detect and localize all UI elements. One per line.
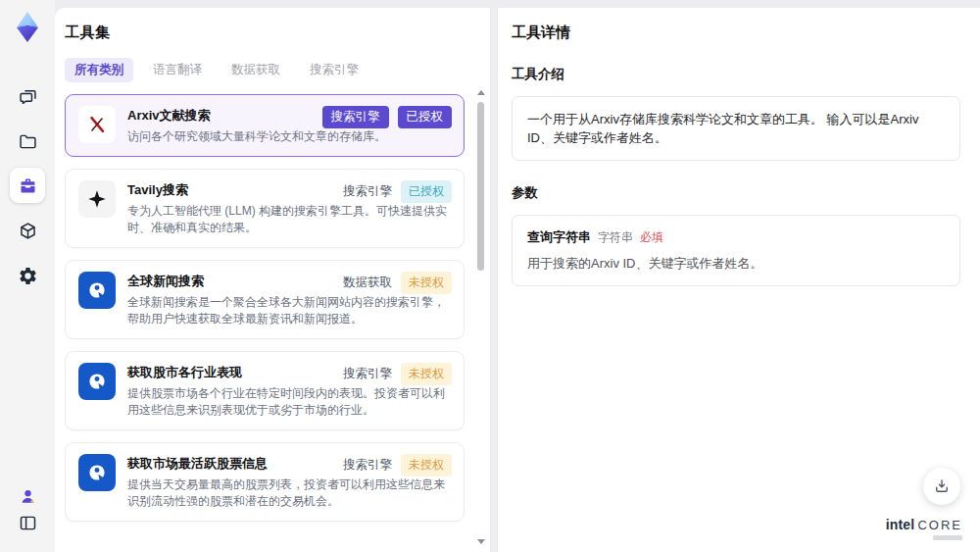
tool-auth-badge: 未授权 xyxy=(401,363,452,385)
tool-badges: 搜索引擎 未授权 xyxy=(343,454,452,477)
page-title: 工具集 xyxy=(65,24,490,42)
tool-list: Arxiv文献搜索 访问各个研究领域大量科学论文和文章的存储库。 搜索引擎 已授… xyxy=(65,94,490,524)
cube-icon[interactable] xyxy=(10,213,45,248)
folder-icon[interactable] xyxy=(10,124,45,159)
category-tabs: 所有类别语言翻译数据获取搜索引擎 xyxy=(65,58,490,82)
list-scrollbar[interactable] xyxy=(476,90,485,544)
tab-search-engine[interactable]: 搜索引擎 xyxy=(300,58,368,82)
brand-bar xyxy=(933,535,962,540)
tool-description: 全球新闻搜索是一个聚合全球各大新闻网站内容的搜索引擎，帮助用户快速获取全球最新资… xyxy=(127,294,447,327)
tool-card[interactable]: 获取股市各行业表现 提供股票市场各个行业在特定时间段内的表现。投资者可以利用这些… xyxy=(65,351,465,430)
scrollbar-down-arrow[interactable] xyxy=(477,539,485,544)
tool-badges: 数据获取 未授权 xyxy=(343,272,452,294)
intel-wordmark: intel xyxy=(886,517,915,532)
tool-card[interactable]: 全球新闻搜索 全球新闻搜索是一个聚合全球各大新闻网站内容的搜索引擎，帮助用户快速… xyxy=(65,260,465,339)
tab-data-fetching[interactable]: 数据获取 xyxy=(221,58,290,82)
app-window: 工具集 所有类别语言翻译数据获取搜索引擎 Arxiv xyxy=(0,0,980,552)
tab-all-categories[interactable]: 所有类别 xyxy=(65,58,133,82)
tool-category-badge: 搜索引擎 xyxy=(322,106,389,128)
chat-icon[interactable] xyxy=(10,78,45,114)
arxiv-icon xyxy=(78,106,116,143)
param-name: 查询字符串 xyxy=(527,228,591,246)
main-surface: 工具集 所有类别语言翻译数据获取搜索引擎 Arxiv xyxy=(55,8,980,552)
settings-icon[interactable] xyxy=(10,258,45,293)
tool-description: 访问各个研究领域大量科学论文和文章的存储库。 xyxy=(127,128,447,145)
scrollbar-thumb[interactable] xyxy=(477,102,484,271)
panel-divider xyxy=(490,8,498,552)
param-head: 查询字符串 字符串 必填 xyxy=(527,228,945,246)
tool-category-badge: 搜索引擎 xyxy=(343,457,392,474)
panel-toggle-icon[interactable] xyxy=(10,505,45,540)
app-logo-icon xyxy=(8,8,47,47)
core-wordmark: core xyxy=(917,518,962,532)
params-heading: 参数 xyxy=(512,184,960,202)
tool-badges: 搜索引擎 已授权 xyxy=(322,106,453,128)
toolbox-icon[interactable] xyxy=(10,168,45,203)
tool-badges: 搜索引擎 已授权 xyxy=(343,180,452,203)
param-description: 用于搜索的Arxiv ID、关键字或作者姓名。 xyxy=(527,255,945,273)
scrollbar-up-arrow[interactable] xyxy=(477,90,485,95)
tool-badges: 搜索引擎 未授权 xyxy=(343,363,452,385)
tool-auth-badge: 未授权 xyxy=(401,454,452,477)
tool-auth-badge: 已授权 xyxy=(398,106,453,128)
tool-description: 专为人工智能代理 (LLM) 构建的搜索引擎工具。可快速提供实时、准确和真实的结… xyxy=(127,203,447,236)
tool-auth-badge: 已授权 xyxy=(401,180,452,203)
download-button[interactable] xyxy=(923,468,960,505)
tool-category-badge: 搜索引擎 xyxy=(343,366,392,382)
tool-card[interactable]: Tavily搜索 专为人工智能代理 (LLM) 构建的搜索引擎工具。可快速提供实… xyxy=(65,169,465,248)
intro-text: 一个用于从Arxiv存储库搜索科学论文和文章的工具。 输入可以是Arxiv ID… xyxy=(527,110,945,147)
tool-category-badge: 搜索引擎 xyxy=(343,183,392,200)
left-rail xyxy=(0,0,55,552)
tool-card[interactable]: Arxiv文献搜索 访问各个研究领域大量科学论文和文章的存储库。 搜索引擎 已授… xyxy=(65,94,465,157)
tool-category-badge: 数据获取 xyxy=(343,275,392,291)
blue-e-icon xyxy=(78,363,116,400)
tool-card[interactable]: 获取市场最活跃股票信息 提供当天交易量最高的股票列表，投资者可以利用这些信息来识… xyxy=(65,442,465,522)
intro-box: 一个用于从Arxiv存储库搜索科学论文和文章的工具。 输入可以是Arxiv ID… xyxy=(512,96,960,161)
intro-heading: 工具介绍 xyxy=(512,66,960,83)
star-icon xyxy=(78,180,116,218)
blue-e-icon xyxy=(78,272,116,309)
tool-description: 提供股票市场各个行业在特定时间段内的表现。投资者可以利用这些信息来识别表现优于或… xyxy=(127,385,447,419)
param-required-badge: 必填 xyxy=(640,229,663,246)
param-box: 查询字符串 字符串 必填 用于搜索的Arxiv ID、关键字或作者姓名。 xyxy=(512,215,960,286)
param-type: 字符串 xyxy=(598,229,633,246)
tool-list-panel: 工具集 所有类别语言翻译数据获取搜索引擎 Arxiv xyxy=(55,8,490,552)
tool-detail-panel: 工具详情 工具介绍 一个用于从Arxiv存储库搜索科学论文和文章的工具。 输入可… xyxy=(498,8,980,552)
tab-language-translation[interactable]: 语言翻译 xyxy=(143,58,212,82)
intel-core-logo: intel core xyxy=(886,517,962,540)
download-icon xyxy=(933,477,951,495)
detail-title: 工具详情 xyxy=(512,24,960,42)
tool-auth-badge: 未授权 xyxy=(401,272,452,294)
tool-description: 提供当天交易量最高的股票列表，投资者可以利用这些信息来识别流动性强的股票和潜在的… xyxy=(127,477,447,510)
blue-e-icon xyxy=(78,454,116,491)
